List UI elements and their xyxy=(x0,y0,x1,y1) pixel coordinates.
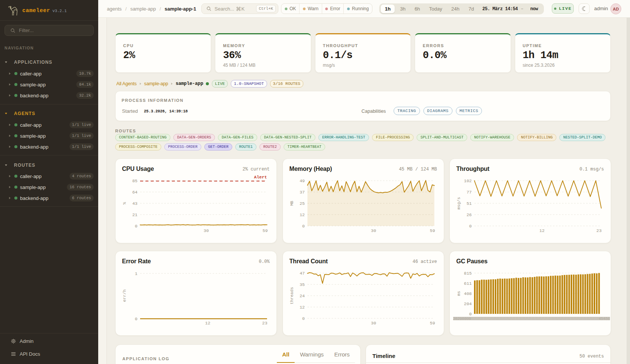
svg-text:0: 0 xyxy=(302,316,305,321)
svg-text:30: 30 xyxy=(371,321,376,326)
svg-text:24: 24 xyxy=(300,293,305,298)
svg-text:err/h: err/h xyxy=(122,289,127,302)
svg-text:59: 59 xyxy=(430,321,435,326)
svg-text:20200000: 20200000 xyxy=(453,317,471,321)
svg-text:%: % xyxy=(122,202,127,204)
svg-text:0: 0 xyxy=(469,224,472,229)
svg-text:815: 815 xyxy=(464,271,472,276)
svg-text:47: 47 xyxy=(300,271,305,276)
svg-text:msg/s: msg/s xyxy=(457,197,461,209)
svg-text:1: 1 xyxy=(135,271,137,276)
svg-text:35: 35 xyxy=(300,282,305,287)
svg-text:611: 611 xyxy=(464,281,472,286)
svg-text:12: 12 xyxy=(539,228,545,233)
svg-text:77: 77 xyxy=(466,190,472,195)
svg-text:43: 43 xyxy=(132,201,137,206)
svg-text:204: 204 xyxy=(464,301,472,306)
svg-text:51: 51 xyxy=(466,201,472,206)
svg-text:30: 30 xyxy=(371,228,376,233)
svg-text:23: 23 xyxy=(262,321,267,326)
svg-text:59: 59 xyxy=(430,228,435,233)
svg-text:12: 12 xyxy=(300,212,305,217)
svg-text:21: 21 xyxy=(132,212,137,217)
svg-text:0: 0 xyxy=(469,312,472,316)
svg-text:408: 408 xyxy=(464,291,472,296)
svg-text:85: 85 xyxy=(132,178,137,183)
svg-text:12: 12 xyxy=(300,305,305,310)
svg-text:0: 0 xyxy=(135,224,137,229)
svg-text:59: 59 xyxy=(262,228,268,233)
svg-text:12: 12 xyxy=(205,321,210,326)
svg-text:ms: ms xyxy=(457,291,461,296)
svg-text:0: 0 xyxy=(135,316,137,321)
svg-text:45456: 45456 xyxy=(599,317,610,321)
svg-text:30: 30 xyxy=(204,228,209,233)
svg-text:23: 23 xyxy=(596,228,602,233)
svg-text:0: 0 xyxy=(302,224,305,229)
svg-text:threads: threads xyxy=(290,287,294,304)
svg-text:37: 37 xyxy=(300,190,305,195)
svg-text:102: 102 xyxy=(464,178,472,183)
svg-text:26: 26 xyxy=(466,212,472,217)
svg-text:MB: MB xyxy=(290,201,294,206)
svg-text:Alert: Alert xyxy=(254,175,267,180)
svg-text:25: 25 xyxy=(300,201,305,206)
svg-text:64: 64 xyxy=(132,190,137,195)
svg-text:49: 49 xyxy=(300,178,305,183)
